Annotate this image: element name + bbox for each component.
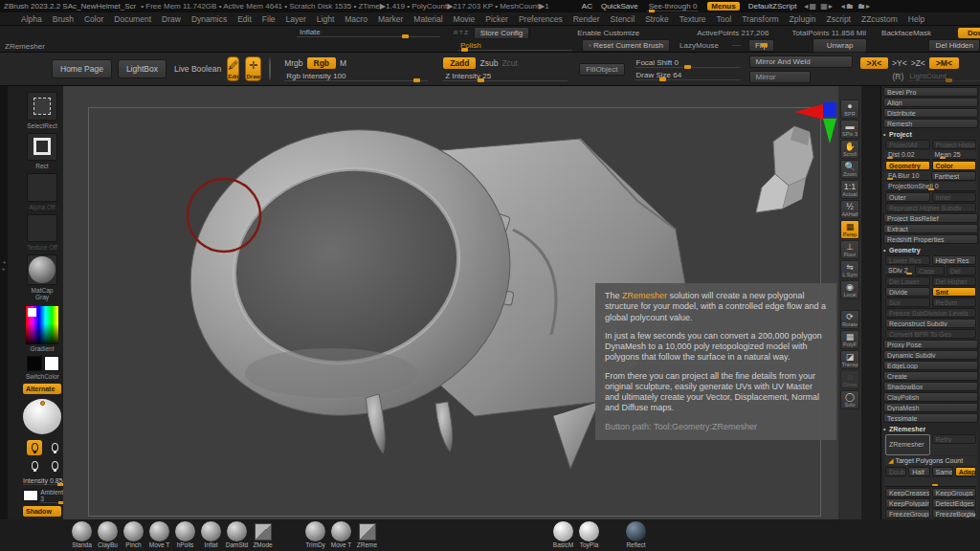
- menu-marker[interactable]: Marker: [378, 14, 403, 24]
- light-pin-icon[interactable]: [40, 401, 45, 406]
- tray-toypla-button[interactable]: ToyPla: [576, 521, 602, 548]
- main-color-swatch[interactable]: [27, 356, 42, 371]
- persp-button[interactable]: ▦Persp: [840, 220, 859, 239]
- focal-shift-slider[interactable]: Focal Shift 0: [635, 58, 740, 68]
- slider-knob[interactable]: [887, 157, 893, 160]
- tessimate-button[interactable]: Tessimate: [883, 413, 978, 423]
- enable-customize-button[interactable]: Enable Customize: [577, 29, 639, 37]
- geometry-button[interactable]: Geometry: [885, 161, 930, 170]
- local-button[interactable]: ◉Local: [840, 280, 859, 299]
- keepgroups-button[interactable]: KeepGroups: [932, 488, 977, 497]
- slider-knob[interactable]: [413, 78, 420, 82]
- del-hidden-button[interactable]: Del Hidden: [928, 39, 980, 52]
- tray-pinch-button[interactable]: Pinch: [121, 521, 146, 548]
- zsub-toggle[interactable]: Zsub: [479, 58, 498, 68]
- quicksave-button[interactable]: QuickSave: [601, 2, 638, 11]
- unwrap-button[interactable]: Unwrap: [813, 38, 868, 53]
- keeppolypaint-button[interactable]: KeepPolypaint: [885, 498, 930, 508]
- menu-preferences[interactable]: Preferences: [519, 14, 563, 24]
- edgeloop-button[interactable]: EdgeLoop: [883, 361, 978, 370]
- menu-zzcustom[interactable]: ZZcustom: [861, 14, 898, 24]
- outer-button[interactable]: Outer: [885, 192, 930, 202]
- remesh-button[interactable]: Remesh: [883, 119, 978, 128]
- defaultzscript-button[interactable]: DefaultZScript: [748, 2, 797, 11]
- alternate-toggle[interactable]: Alternate: [23, 384, 61, 394]
- config-field[interactable]: [529, 29, 531, 37]
- menu-stencil[interactable]: Stencil: [611, 14, 635, 24]
- shadow-toggle[interactable]: Shadow: [23, 506, 61, 517]
- redshift-properties-button[interactable]: Redshift Properties: [883, 234, 978, 244]
- menu-color[interactable]: Color: [84, 14, 103, 24]
- document-canvas[interactable]: The ZRemesher solution will create a new…: [63, 86, 838, 519]
- current-brush-preview[interactable]: [269, 57, 271, 80]
- light-intensity-slider[interactable]: Intensity 0.85: [23, 477, 65, 485]
- menu-macro[interactable]: Macro: [345, 14, 368, 24]
- section-header-project[interactable]: Project: [883, 129, 978, 140]
- slider-knob[interactable]: [887, 178, 893, 181]
- panel-scroll-arrows[interactable]: ▲▼: [965, 513, 978, 518]
- dynamesh-button[interactable]: DynaMesh: [883, 403, 978, 412]
- fillobject-button[interactable]: FillObject: [579, 63, 624, 76]
- zremesher-button[interactable]: ZRemesher: [885, 434, 930, 455]
- menu-alpha[interactable]: Alpha: [21, 14, 42, 24]
- slider-knob[interactable]: [940, 157, 946, 160]
- distribute-button[interactable]: Distribute: [883, 108, 978, 118]
- rect-stroke-button[interactable]: [27, 133, 57, 162]
- zoom-button[interactable]: 🔍Zoom: [840, 160, 859, 179]
- m-toggle[interactable]: M: [340, 58, 346, 68]
- secondary-color-swatch[interactable]: [44, 356, 59, 371]
- slider-knob[interactable]: [684, 65, 691, 69]
- menu-texture[interactable]: Texture: [679, 14, 706, 24]
- menu-zplugin[interactable]: Zplugin: [790, 14, 816, 24]
- actual-button[interactable]: 1:1Actual: [840, 180, 859, 199]
- menu-edit[interactable]: Edit: [237, 14, 252, 24]
- floor-button[interactable]: ⊥Floor: [840, 240, 859, 259]
- color-picker-cursor[interactable]: [28, 308, 36, 317]
- fa-blur-10-slider[interactable]: FA Blur 10: [885, 171, 929, 181]
- section-header-geometry[interactable]: Geometry: [883, 245, 978, 255]
- menus-toggle[interactable]: Menus: [707, 2, 739, 11]
- extract-button[interactable]: Extract: [883, 224, 978, 233]
- claypolish-button[interactable]: ClayPolish: [883, 392, 978, 402]
- slider-knob[interactable]: [478, 78, 484, 82]
- value-slider[interactable]: [885, 477, 976, 487]
- solo-button[interactable]: ◯Solo: [840, 390, 859, 409]
- edit-mode-button[interactable]: 🖉Edit: [227, 56, 239, 81]
- selectrect-stroke-button[interactable]: [27, 92, 57, 121]
- slider-knob[interactable]: [649, 10, 655, 12]
- menu-stroke[interactable]: Stroke: [645, 14, 669, 24]
- rgb-toggle[interactable]: Rgb: [307, 57, 337, 69]
- alpha-slot-button[interactable]: [27, 173, 57, 202]
- menu-picker[interactable]: Picker: [485, 14, 508, 24]
- same-button[interactable]: Same: [932, 467, 953, 476]
- lightbox-button[interactable]: LightBox: [118, 59, 167, 78]
- texture-slot-button[interactable]: [27, 214, 57, 243]
- color-button[interactable]: Color: [932, 161, 977, 170]
- ghost-button[interactable]: ◌Ghost: [840, 370, 859, 389]
- light-4-bulb-icon[interactable]: [47, 458, 62, 474]
- draw-mode-button[interactable]: ✛Draw: [245, 56, 261, 81]
- slider-knob[interactable]: [761, 43, 768, 47]
- mirror-x-toggle[interactable]: >X<: [860, 57, 889, 69]
- light-placement-sphere[interactable]: [23, 399, 61, 434]
- transp-button[interactable]: ◪Transp: [840, 350, 859, 369]
- store-config-button[interactable]: Store Config: [474, 27, 529, 39]
- projectionshell-0-slider[interactable]: ProjectionShell 0: [885, 182, 976, 191]
- radial-toggle[interactable]: (R): [893, 72, 904, 81]
- adapt-button[interactable]: Adapt: [955, 467, 976, 476]
- mirror-and-weld-button[interactable]: Mirror And Weld: [749, 55, 853, 68]
- bevel-pro-button[interactable]: Bevel Pro: [883, 87, 978, 97]
- tray-trimdy-button[interactable]: TrimDy: [302, 521, 328, 548]
- switchcolor-label[interactable]: SwitchColor: [26, 373, 58, 380]
- half-button[interactable]: Half: [908, 467, 929, 476]
- l-sym-button[interactable]: ⇋L.Sym: [840, 260, 859, 279]
- brush-arrows-icon[interactable]: ◂🖿 🖿▸: [841, 2, 871, 11]
- dist-0-02-slider[interactable]: Dist 0.02: [885, 150, 930, 160]
- shadowbox-button[interactable]: ShadowBox: [883, 382, 978, 391]
- menu-draw[interactable]: Draw: [162, 14, 181, 24]
- keepcreases-button[interactable]: KeepCreases: [885, 488, 930, 497]
- light-2-bulb-icon[interactable]: [47, 440, 62, 455]
- zcut-toggle[interactable]: Zcut: [501, 58, 518, 68]
- higher-res-button[interactable]: Higher Res: [932, 255, 977, 265]
- tray-basicm-button[interactable]: BasicM: [550, 521, 576, 548]
